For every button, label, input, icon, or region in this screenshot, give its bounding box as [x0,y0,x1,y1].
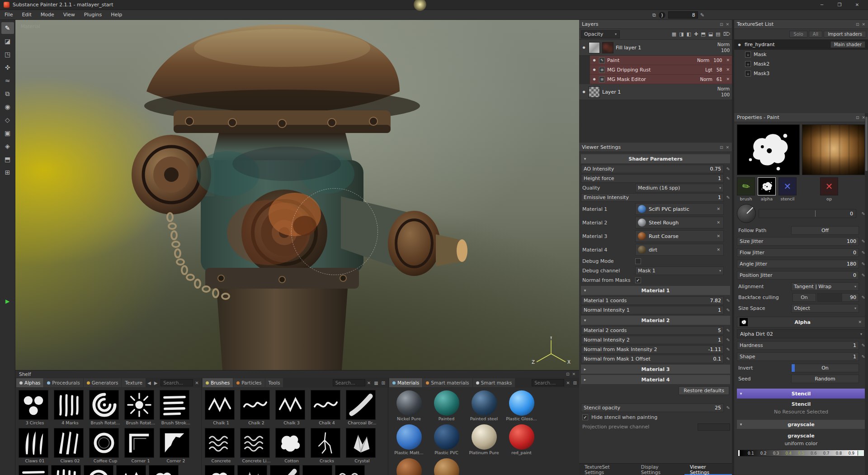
textureset-close-icon[interactable]: ✕ [862,22,865,27]
material-item[interactable]: Painted [429,390,464,421]
viewport-mode-icon[interactable]: ▣ [1,127,14,139]
material-item[interactable]: red_paint [504,424,539,455]
menu-mode[interactable]: Mode [36,10,59,19]
viewer-dock-icon[interactable]: ⊡ [720,145,723,150]
brush-item[interactable]: Chalk 4 [311,390,343,425]
material-item[interactable]: Rust Fine [429,458,464,475]
paint-tool-icon[interactable]: ✎ [1,22,14,34]
clear-material-icon[interactable]: ✕ [716,220,721,225]
materials-search-input[interactable] [532,379,564,386]
properties-dock-icon[interactable]: ⊡ [856,115,859,120]
alphas-search-input[interactable] [160,379,193,386]
maximize-button[interactable]: ❐ [832,2,847,7]
tab-smart-masks[interactable]: Smart masks [473,378,515,387]
material-item[interactable]: Plastic Gloss... [504,390,539,421]
plugin-play-icon[interactable]: ▶ [1,295,14,307]
brush-size-input[interactable]: 8 [668,11,698,19]
alpha-slot[interactable] [758,177,776,195]
material-4-picker[interactable]: dirt✕ [635,244,724,256]
shadow-toggle-icon[interactable]: ⬒ [1,153,14,165]
alpha-item[interactable]: Brush Rotat... [124,390,157,425]
tab-procedurals[interactable]: Procedurals [44,378,83,387]
pencil-icon[interactable]: ✎ [859,250,865,255]
clear-material-icon[interactable]: ✕ [716,234,721,238]
brush-item[interactable]: Concrete [205,428,237,463]
alpha-item[interactable]: Brush Rotat... [89,390,122,425]
materials-view-grid-icon[interactable]: ⊞ [572,380,578,385]
normal-from-mask-1-offset-row[interactable]: Normal from Mask 1 Offset0.1✎ [581,355,730,363]
material-item[interactable]: Plastic PVC [429,424,464,455]
pencil-icon[interactable]: ✎ [724,356,730,361]
solo-button[interactable]: Solo [789,31,807,38]
gradient-color-chip[interactable] [858,451,863,456]
clear-material-icon[interactable]: ✕ [716,247,721,252]
op-slot[interactable]: ✕ [820,177,838,195]
tab-brushes[interactable]: Brushes [203,378,233,387]
pencil-icon[interactable]: ✎ [724,328,730,333]
brush-alpha-preview[interactable] [737,124,800,175]
add-mask-icon[interactable]: ◨ [679,31,684,37]
brush-item[interactable]: Chalk 2 [240,390,273,425]
textureset-row-fire-hydrant[interactable]: ● fire_hydrant Main shader [734,39,868,50]
minimize-button[interactable]: ─ [815,2,829,7]
brush-item[interactable]: Concrete Li... [240,428,273,463]
pencil-icon[interactable]: ✎ [859,273,865,278]
brushes-view-grid-icon[interactable]: ⊞ [380,380,387,385]
tab-display-settings[interactable]: Display Settings [636,464,684,475]
material-item[interactable]: Painted steel [467,390,501,421]
environment-preview[interactable] [802,124,865,175]
visibility-icon[interactable]: ● [581,46,586,49]
alphas-search-clear-icon[interactable]: ✕ [193,380,200,385]
alpha-item[interactable]: 3 Circles [19,390,51,425]
tab-smart-materials[interactable]: Smart materials [423,378,472,387]
angle-jitter-row[interactable]: Angle Jitter180✎ [737,260,865,268]
material-1-coords-row[interactable]: Material 1 coords7.82✎ [581,296,730,305]
stencil-slot[interactable]: ✕ [778,177,797,195]
grayscale-section-header[interactable]: ▾grayscale [737,420,865,429]
position-jitter-row[interactable]: Position Jitter0✎ [737,271,865,280]
add-black-mask-icon[interactable]: ◧ [687,31,691,37]
clear-alpha-icon[interactable]: ✕ [857,320,863,324]
alpha-section-header[interactable]: Alpha ✕ [737,317,865,328]
material-item[interactable]: Platinum Pure [467,424,501,455]
textureset-dock-icon[interactable]: ⊡ [856,22,859,27]
pencil-icon[interactable]: ✎ [859,295,865,300]
backface-angle-slider[interactable]: 90 [817,293,859,302]
channel-row-mask[interactable]: ▫Mask [734,50,868,59]
material-item[interactable]: Rust Coarse [392,458,426,475]
properties-scrollbar[interactable] [865,113,868,475]
shader-parameters-header[interactable]: ▾Shader Parameters [581,154,730,163]
material-picker-tool-icon[interactable]: ◉ [1,101,14,113]
remove-effect-icon[interactable]: ✕ [726,67,730,72]
effect-row-mg-mask-editor[interactable]: ● ⊞ MG Mask Editor Norm61✕ [590,75,732,84]
layers-dock-icon[interactable]: ⊡ [720,22,723,27]
channel-row-mask2[interactable]: ▫Mask2 [734,59,868,69]
3d-viewport[interactable]: Material [15,20,579,370]
hide-stencil-checkbox[interactable]: ✓ [582,414,588,420]
materials-search-clear-icon[interactable]: ✕ [565,380,571,385]
all-button[interactable]: All [809,31,822,38]
normal-from-mask-intensity-2-row[interactable]: Normal from Mask Intensity 2-1.11✎ [581,345,730,354]
normal-intensity-1-row[interactable]: Normal Intensity 11✎ [581,306,730,314]
alpha-item[interactable]: Claws 01 [19,428,51,463]
menu-view[interactable]: View [59,10,80,19]
pencil-icon[interactable]: ✎ [724,298,730,303]
normal-from-masks-checkbox[interactable]: ✓ [635,277,641,283]
brushes-search-input[interactable] [333,379,365,386]
alpha-item[interactable]: Corner 1 [124,428,157,463]
brushes-search-clear-icon[interactable]: ✕ [366,380,372,385]
tab-materials[interactable]: Materials [389,378,422,387]
ao-intensity-row[interactable]: AO Intensity0.75✎ [581,165,730,173]
layer-row-layer-1[interactable]: ● Layer 1 Norm100 [579,84,732,100]
effect-row-mg-dripping-rust[interactable]: ● ⊞ MG Dripping Rust Lgt58✕ [590,65,732,75]
filter-icon[interactable]: ▦ [672,31,676,37]
pencil-icon[interactable]: ✎ [859,261,865,266]
alpha-item[interactable]: Coffee Cup [89,428,122,463]
pencil-icon[interactable]: ✎ [724,337,730,342]
material-3-picker[interactable]: Rust Coarse✕ [635,230,724,242]
delete-layer-icon[interactable]: ⌦ [723,31,730,37]
smudge-tool-icon[interactable]: ≈ [1,75,14,86]
material-2-section-header[interactable]: ▾Material 2 [581,316,730,325]
menu-edit[interactable]: Edit [17,10,36,19]
dock-icon[interactable]: ⧉ [652,12,656,18]
